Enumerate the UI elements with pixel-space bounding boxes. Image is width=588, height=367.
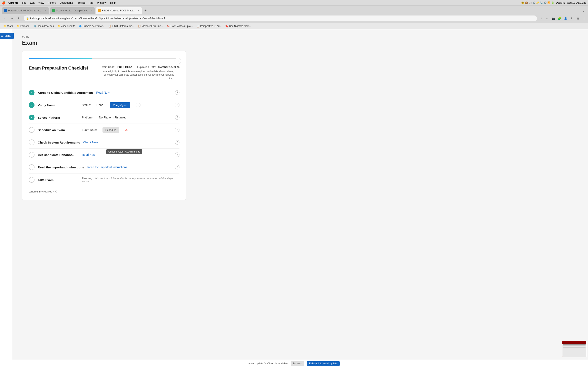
- folder-icon: 📁: [17, 25, 20, 27]
- item-detail-agree: Read Now: [96, 91, 172, 94]
- bookmark-backup[interactable]: 🔖 How To Back Up a...: [165, 24, 194, 28]
- verify-again-button[interactable]: Verify Again: [110, 102, 130, 108]
- tab-close-portal[interactable]: ✕: [43, 9, 47, 12]
- bookmark-backup-label: How To Back Up a...: [171, 25, 193, 27]
- help-icon-verify[interactable]: ?: [175, 103, 180, 107]
- tab-close-drive[interactable]: ✕: [89, 9, 93, 12]
- menubar-edit[interactable]: Edit: [28, 1, 36, 5]
- update-bar: A new update for Chro... is available: D…: [0, 360, 588, 367]
- bookmark-icon: 🔖: [167, 25, 170, 27]
- bookmark-team-label: Team Priorities: [38, 25, 54, 27]
- check-verify: ✓: [29, 102, 35, 108]
- new-tab-button[interactable]: +: [143, 8, 148, 13]
- help-icon-sysreq[interactable]: ?: [175, 140, 180, 145]
- bookmark-member-enroll[interactable]: 📋 Member Enrollme...: [136, 24, 165, 28]
- exam-code-label: Exam Code:: [101, 66, 115, 68]
- menubar-window[interactable]: Window: [95, 1, 108, 5]
- exam-meta-row: Exam Code: FCFP-BETA Expiration Date: Oc…: [101, 66, 180, 68]
- sidebar-toggle-icon[interactable]: ▦: [575, 16, 580, 21]
- platform-value: No Platform Required: [99, 116, 127, 119]
- pending-description: this section will be available once you …: [82, 177, 173, 183]
- gear-icon: ⚙️: [34, 25, 37, 27]
- read-now-link-handbook[interactable]: Read Now: [82, 153, 95, 156]
- reload-button[interactable]: ↻: [16, 16, 22, 21]
- help-icon-platform[interactable]: ?: [175, 115, 180, 120]
- help-icon-instructions[interactable]: ?: [175, 165, 180, 169]
- address-field[interactable]: 🔒 trainingportal.linuxfoundation.org/lea…: [24, 16, 537, 21]
- bookmark-primero[interactable]: 🔷 Primero de Primar...: [77, 24, 106, 28]
- bookmark-work[interactable]: 📁 Work: [2, 24, 15, 28]
- menubar-bookmarks[interactable]: Bookmarks: [58, 1, 75, 5]
- forward-button[interactable]: →: [9, 16, 15, 21]
- sysreq-tooltip: Check System Requirements: [106, 149, 142, 154]
- address-actions: ⬆ ☆ 📷 🧩 👤 ⬇ ▦ ⋮: [539, 16, 586, 21]
- main-area: EXAM Exam → Exam Preparation Checklist E…: [12, 29, 196, 367]
- share-icon[interactable]: ⬆: [539, 16, 544, 21]
- folder-icon: 📁: [3, 25, 6, 27]
- exam-meta: Exam Code: FCFP-BETA Expiration Date: Oc…: [101, 66, 180, 80]
- bookmark-finos-label: FINOS Internal Se...: [112, 25, 134, 27]
- more-menu-icon[interactable]: ⋮: [581, 16, 586, 21]
- item-detail-schedule: Exam Date: Schedule ⚠: [82, 127, 172, 133]
- check-platform: ✓: [29, 115, 35, 120]
- platform-label: Platform:: [82, 116, 93, 119]
- retake-row[interactable]: Where's my retake? ?: [29, 190, 180, 193]
- bookmark-personal[interactable]: 📁 Personal: [15, 24, 32, 28]
- back-button[interactable]: ←: [2, 16, 7, 21]
- bookmark-sigstore[interactable]: 🔖 Use Sigstore for k...: [224, 24, 252, 28]
- exam-card: → Exam Preparation Checklist Exam Code: …: [22, 51, 186, 200]
- help-icon-handbook[interactable]: ?: [175, 152, 180, 157]
- extensions-icon[interactable]: 🧩: [557, 16, 562, 21]
- menubar-file[interactable]: File: [20, 1, 28, 5]
- checklist-item-verify: ✓ Verify Name Status: Done Verify Again …: [29, 99, 180, 111]
- pending-text: Pending this section will be available o…: [82, 177, 180, 183]
- menubar-profiles[interactable]: Profiles: [75, 1, 87, 5]
- tab-portal-notarial[interactable]: P Portal Notarial del Ciudadano... ✕: [2, 7, 49, 14]
- menubar-tab[interactable]: Tab: [87, 1, 95, 5]
- schedule-button[interactable]: Schedule: [103, 127, 119, 133]
- item-detail-instructions: Read the Important Instructions: [87, 166, 172, 169]
- bookmark-perspective[interactable]: 📋 Perspective IP Au...: [195, 24, 223, 28]
- menubar-history[interactable]: History: [46, 1, 57, 5]
- menubar-view[interactable]: View: [36, 1, 45, 5]
- tab-finos[interactable]: F FINOS Certified FDC3 Practi... ✕: [95, 7, 142, 14]
- download-icon[interactable]: ⬇: [569, 16, 574, 21]
- read-now-link-agree[interactable]: Read Now: [96, 91, 109, 94]
- item-name-agree: Agree to Global Candidate Agreement: [38, 91, 93, 94]
- menubar-help[interactable]: Help: [109, 1, 117, 5]
- status-value-verify: Done: [96, 103, 103, 107]
- check-sysreq: [29, 140, 35, 145]
- progress-bar: [29, 58, 180, 59]
- next-button[interactable]: →: [174, 58, 181, 64]
- apple-menu[interactable]: 🍎: [2, 1, 6, 5]
- tab-close-finos[interactable]: ✕: [137, 9, 140, 12]
- tab-label-finos: FINOS Certified FDC3 Practi...: [102, 9, 135, 12]
- tab-list-button[interactable]: ⌄: [581, 8, 586, 13]
- profile-icon[interactable]: 👤: [563, 16, 568, 21]
- bookmark-case-vendita[interactable]: 📁 case vendita: [56, 24, 77, 28]
- checklist-item-platform: ✓ Select Platform Platform: No Platform …: [29, 111, 180, 124]
- bookmark-perspective-label: Perspective IP Au...: [200, 25, 222, 27]
- tab-google-drive[interactable]: G Search results · Google Drive ✕: [50, 7, 95, 14]
- exam-date-label: Exam Date:: [82, 128, 97, 132]
- menubar-chrome[interactable]: Chrome: [7, 1, 20, 5]
- menubar-right: 😊 📦 📰 🎵 🔑 📡 🔊 📶 🔋 week 42 Wed 18 Oct 10:…: [521, 1, 586, 4]
- bookmark-finos-internal[interactable]: 📋 FINOS Internal Se...: [107, 24, 136, 28]
- read-instructions-link[interactable]: Read the Important Instructions: [87, 166, 127, 169]
- help-icon-agree[interactable]: ?: [175, 90, 180, 95]
- help-icon-verify-inline[interactable]: ?: [136, 103, 140, 107]
- exam-section-label: EXAM: [22, 36, 186, 39]
- help-icon-schedule[interactable]: ?: [175, 128, 180, 132]
- menu-button[interactable]: ☰ Menu: [0, 33, 14, 39]
- bookmark-star-icon[interactable]: ☆: [545, 16, 550, 21]
- folder-icon: 📁: [58, 25, 61, 27]
- expiry-value: October 17, 2024: [158, 66, 180, 68]
- dismiss-button[interactable]: Dismiss: [291, 361, 304, 366]
- checklist-item-take-exam: Take Exam Pending this section will be a…: [29, 174, 180, 186]
- retake-help-icon[interactable]: ?: [53, 190, 57, 193]
- screenshot-icon[interactable]: 📷: [551, 16, 556, 21]
- update-now-button[interactable]: Relaunch to install update: [307, 361, 340, 366]
- bookmark-team-priorities[interactable]: ⚙️ Team Priorities: [32, 24, 55, 28]
- check-now-link[interactable]: Check Now: [83, 141, 98, 144]
- sidebar: ☰ Menu: [0, 29, 12, 367]
